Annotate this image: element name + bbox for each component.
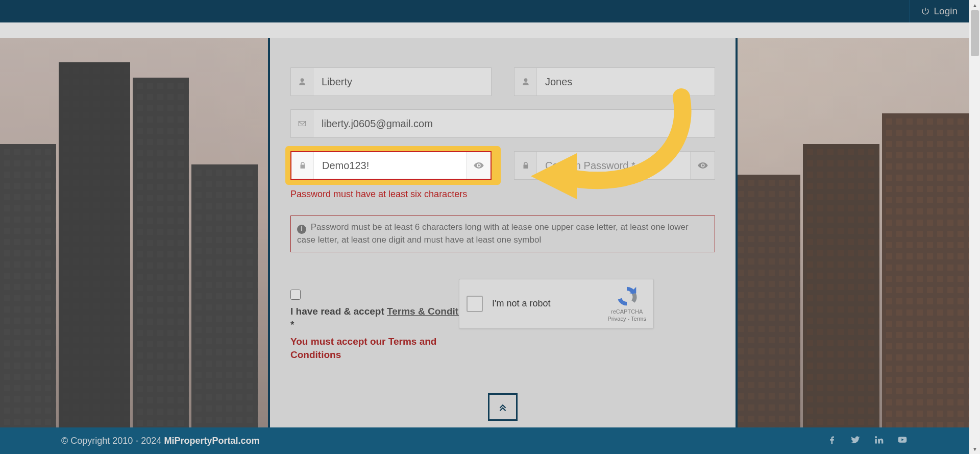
- facebook-link[interactable]: [827, 435, 837, 447]
- last-name-input[interactable]: [537, 68, 715, 95]
- top-nav: Login: [0, 0, 969, 22]
- toggle-password-visibility[interactable]: [466, 152, 491, 179]
- toggle-confirm-password-visibility[interactable]: [690, 152, 715, 179]
- terms-checkbox-row: I have read & accept Terms & Conditions …: [290, 288, 479, 332]
- required-asterisk: *: [290, 319, 294, 330]
- header-strip: [0, 22, 969, 38]
- footer-copyright: © Copyright 2010 - 2024: [61, 436, 164, 446]
- terms-label-prefix: I have read & accept: [290, 306, 387, 317]
- twitter-link[interactable]: [850, 435, 861, 447]
- password-rule-banner: i Password must be at least 6 characters…: [290, 216, 715, 252]
- footer: © Copyright 2010 - 2024 MiPropertyPortal…: [0, 427, 969, 454]
- recaptcha-widget: I'm not a robot reCAPTCHA Privacy - Term…: [459, 279, 654, 329]
- youtube-icon: [897, 435, 908, 445]
- recaptcha-privacy-link[interactable]: Privacy: [607, 316, 626, 322]
- scrollbar-up-button[interactable]: ▲: [969, 0, 980, 10]
- info-icon: i: [297, 225, 306, 234]
- email-input[interactable]: [313, 110, 715, 137]
- scroll-to-top-button[interactable]: [488, 393, 518, 421]
- first-name-field: [290, 67, 492, 96]
- chevron-double-up-icon: [497, 401, 508, 413]
- youtube-link[interactable]: [897, 435, 908, 447]
- linkedin-icon: [874, 435, 884, 445]
- lock-icon: [291, 152, 314, 179]
- last-name-field: [514, 67, 715, 96]
- password-rule-text: Password must be at least 6 characters l…: [297, 222, 689, 245]
- highlight-box: [285, 146, 501, 185]
- facebook-icon: [827, 435, 837, 445]
- user-icon: [514, 68, 537, 95]
- lock-icon: [514, 152, 537, 179]
- confirm-password-input[interactable]: [537, 152, 690, 179]
- eye-icon: [697, 160, 708, 171]
- scrollbar-down-button[interactable]: ▼: [969, 444, 980, 454]
- recaptcha-label: I'm not a robot: [492, 298, 551, 309]
- envelope-icon: [291, 110, 313, 137]
- password-field: Password must have at least six characte…: [290, 151, 492, 200]
- twitter-icon: [850, 435, 861, 445]
- email-field: [290, 109, 715, 138]
- hero-background: Password must have at least six characte…: [0, 38, 969, 430]
- power-icon: [921, 7, 930, 16]
- recaptcha-terms-link[interactable]: Terms: [631, 316, 646, 322]
- recaptcha-icon: [616, 285, 638, 307]
- login-label: Login: [934, 6, 958, 17]
- terms-area: I have read & accept Terms & Conditions …: [290, 288, 715, 362]
- password-input[interactable]: [314, 152, 466, 179]
- login-button[interactable]: Login: [909, 0, 969, 22]
- eye-icon: [473, 160, 484, 171]
- recaptcha-brand: reCAPTCHA: [607, 308, 646, 316]
- recaptcha-checkbox[interactable]: [467, 296, 483, 312]
- first-name-input[interactable]: [313, 68, 491, 95]
- linkedin-link[interactable]: [874, 435, 884, 447]
- user-icon: [291, 68, 313, 95]
- footer-brand: MiPropertyPortal.com: [164, 436, 259, 446]
- footer-socials: [827, 435, 908, 447]
- password-error: Password must have at least six characte…: [290, 188, 492, 200]
- terms-error: You must accept our Terms and Conditions: [290, 335, 479, 362]
- confirm-password-field: [514, 151, 715, 180]
- signup-card: Password must have at least six characte…: [268, 38, 738, 430]
- browser-scrollbar[interactable]: ▲ ▼: [969, 0, 980, 454]
- terms-checkbox[interactable]: [290, 290, 301, 300]
- scrollbar-thumb[interactable]: [971, 10, 979, 56]
